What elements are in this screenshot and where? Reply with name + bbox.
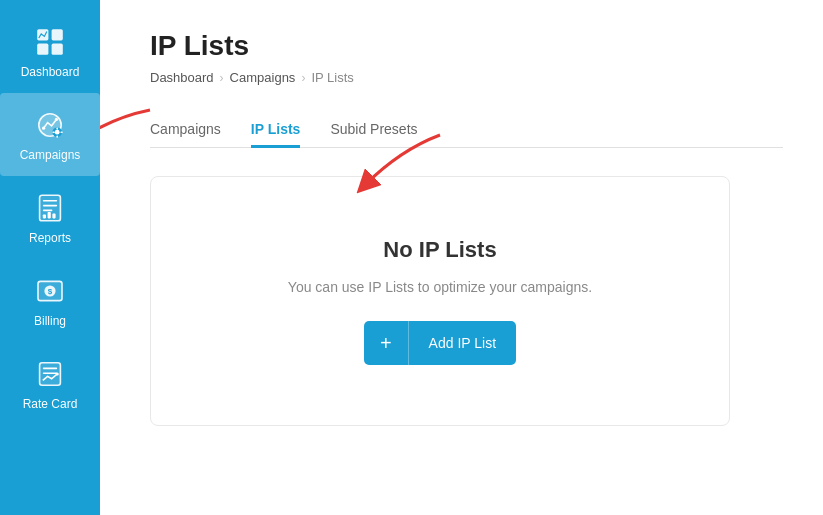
svg-point-8: [55, 130, 60, 135]
breadcrumb-sep2: ›: [301, 71, 305, 85]
dashboard-icon: [32, 24, 68, 60]
tab-campaigns[interactable]: Campaigns: [150, 113, 221, 148]
svg-rect-19: [52, 214, 55, 219]
empty-state-card: No IP Lists You can use IP Lists to opti…: [150, 176, 730, 426]
campaigns-icon: [32, 107, 68, 143]
add-icon: +: [364, 321, 409, 365]
breadcrumb-campaigns[interactable]: Campaigns: [230, 70, 296, 85]
svg-rect-25: [43, 372, 57, 374]
page-title: IP Lists: [150, 30, 783, 62]
sidebar-item-dashboard[interactable]: Dashboard: [0, 10, 100, 93]
svg-point-6: [55, 118, 58, 121]
empty-state-subtitle: You can use IP Lists to optimize your ca…: [288, 279, 592, 295]
breadcrumb: Dashboard › Campaigns › IP Lists: [150, 70, 783, 85]
svg-rect-1: [52, 29, 63, 40]
svg-rect-9: [56, 127, 58, 129]
sidebar-item-billing[interactable]: $ Billing: [0, 259, 100, 342]
svg-rect-3: [52, 44, 63, 55]
sidebar-item-label: Billing: [34, 314, 66, 328]
svg-point-26: [56, 372, 59, 375]
empty-state-title: No IP Lists: [383, 237, 496, 263]
sidebar-item-label: Campaigns: [20, 148, 81, 162]
tab-ip-lists[interactable]: IP Lists: [251, 113, 301, 148]
svg-rect-11: [52, 131, 54, 133]
sidebar-item-campaigns[interactable]: Campaigns: [0, 93, 100, 176]
sidebar-item-label: Dashboard: [21, 65, 80, 79]
svg-rect-10: [56, 135, 58, 137]
add-ip-list-button[interactable]: + Add IP List: [364, 321, 516, 365]
sidebar-item-rate-card[interactable]: Rate Card: [0, 342, 100, 425]
svg-text:$: $: [48, 287, 53, 296]
svg-rect-12: [60, 131, 62, 133]
rate-card-icon: [32, 356, 68, 392]
add-button-label: Add IP List: [409, 323, 516, 363]
tab-subid-presets[interactable]: Subid Presets: [330, 113, 417, 148]
svg-rect-18: [48, 212, 51, 218]
svg-point-5: [42, 127, 45, 130]
tabs: Campaigns IP Lists Subid Presets: [150, 113, 783, 148]
breadcrumb-current: IP Lists: [311, 70, 353, 85]
sidebar-item-label: Reports: [29, 231, 71, 245]
svg-rect-16: [43, 210, 53, 212]
main-content: IP Lists Dashboard › Campaigns › IP List…: [100, 0, 823, 515]
svg-rect-17: [43, 214, 46, 218]
reports-icon: [32, 190, 68, 226]
svg-rect-15: [43, 205, 57, 207]
svg-rect-14: [43, 200, 57, 202]
svg-rect-2: [37, 44, 48, 55]
billing-icon: $: [32, 273, 68, 309]
sidebar: Dashboard Campaigns: [0, 0, 100, 515]
breadcrumb-dashboard[interactable]: Dashboard: [150, 70, 214, 85]
svg-rect-24: [43, 368, 57, 370]
sidebar-item-label: Rate Card: [23, 397, 78, 411]
sidebar-item-reports[interactable]: Reports: [0, 176, 100, 259]
breadcrumb-sep1: ›: [220, 71, 224, 85]
